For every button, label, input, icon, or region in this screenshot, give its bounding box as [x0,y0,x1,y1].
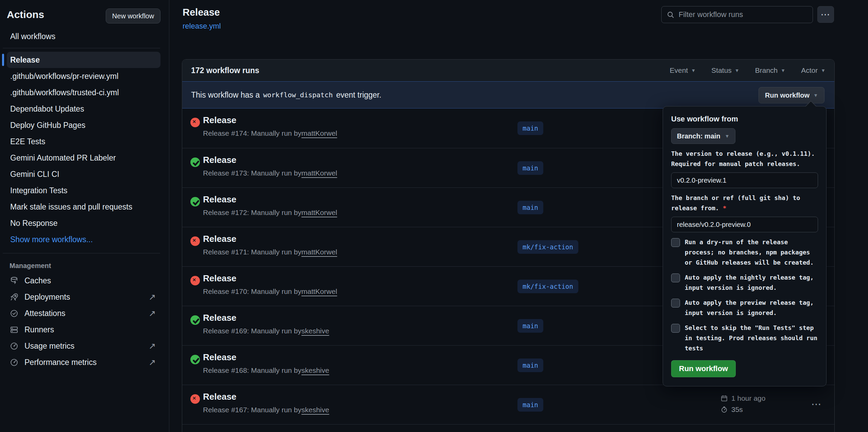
sidebar-title: Actions [7,9,44,20]
sidebar-item-workflow[interactable]: Gemini CLI CI [7,166,160,182]
run-description: Release #171: Manually run bymattKorwel [203,248,337,256]
page-kebab-button[interactable]: ⋯ [817,6,834,23]
management-list: CachesDeployments↗Attestations↗RunnersUs… [7,272,160,370]
sidebar-item-workflow[interactable]: Dependabot Updates [7,101,160,117]
sidebar-item-show-more[interactable]: Show more workflows... [7,231,160,248]
run-description: Release #168: Manually run byskeshive [203,366,329,375]
sidebar-item-attestations[interactable]: Attestations↗ [7,305,160,321]
branch-chip[interactable]: main [517,398,543,412]
meter-icon [10,342,19,351]
runs-card-header: 172 workflow runs Event▼Status▼Branch▼Ac… [182,60,834,81]
external-link-icon: ↗ [149,341,156,351]
sidebar-item-workflow[interactable]: Gemini Automated PR Labeler [7,150,160,166]
sidebar-item-deployments[interactable]: Deployments↗ [7,289,160,305]
run-title: Release [203,273,236,284]
x-icon [190,118,200,127]
run-meta: 1 hour ago35s [720,394,765,414]
version-input[interactable] [671,172,818,188]
run-description-text: Release #174: Manually run by [203,129,302,137]
new-workflow-button[interactable]: New workflow [106,9,160,23]
run-actor-link[interactable]: skeshive [302,327,329,335]
ref-field-label: The branch or ref (full git sha) to rele… [671,193,818,213]
runs-filters: Event▼Status▼Branch▼Actor▼ [670,66,826,74]
check-icon [190,355,200,364]
run-description-text: Release #171: Manually run by [203,248,302,256]
external-link-icon: ↗ [149,292,156,302]
runs-filter-event[interactable]: Event▼ [670,66,696,74]
run-description: Release #169: Manually run byskeshive [203,327,329,335]
checkbox-input[interactable] [671,273,680,282]
run-workflow-submit-button[interactable]: Run workflow [671,360,736,377]
sidebar-item-all-workflows[interactable]: All workflows [7,29,160,44]
run-kebab-button[interactable]: ⋯ [811,398,822,410]
sidebar-item-usage-metrics[interactable]: Usage metrics↗ [7,338,160,354]
branch-chip[interactable]: main [517,359,543,372]
sidebar-item-workflow[interactable]: E2E Tests [7,133,160,150]
runs-filter-branch[interactable]: Branch▼ [755,66,785,74]
branch-chip[interactable]: main [517,201,543,214]
filter-label: Actor [801,66,818,74]
ref-input[interactable] [671,217,818,232]
runs-filter-status[interactable]: Status▼ [711,66,739,74]
workflow-run-row[interactable]: ReleaseRelease #167: Manually run byskes… [182,385,834,424]
run-actor-link[interactable]: mattKorwel [302,248,337,256]
management-item-label: Attestations [24,309,65,318]
workflow-dispatch-banner: This workflow has a workflow_dispatch ev… [182,81,834,109]
sidebar-item-workflow[interactable]: .github/workflows/pr-review.yml [7,68,160,84]
run-actor-link[interactable]: mattKorwel [302,129,337,137]
branch-chip[interactable]: main [517,161,543,175]
run-description-text: Release #172: Manually run by [203,209,302,216]
filter-label: Status [711,66,732,74]
branch-chip[interactable]: mk/fix-action [517,240,578,254]
run-actor-link[interactable]: mattKorwel [302,287,337,295]
stopwatch-icon [720,406,728,413]
filter-label: Event [670,66,688,74]
page: { "colors": { "background": "#0d1117", "… [0,0,868,432]
run-description: Release #172: Manually run bymattKorwel [203,209,337,217]
version-field-label: The version to release (e.g., v0.1.11). … [671,149,818,169]
run-title: Release [203,234,236,244]
sidebar-item-workflow[interactable]: .github/workflows/trusted-ci.yml [7,84,160,101]
run-duration-label: 35s [731,405,743,414]
run-actor-link[interactable]: mattKorwel [302,209,337,216]
sidebar-item-performance-metrics[interactable]: Performance metrics↗ [7,354,160,370]
branch-chip[interactable]: main [517,319,543,333]
chevron-down-icon: ▼ [813,93,818,98]
x-icon [190,276,200,285]
checkbox-input[interactable] [671,238,680,247]
branch-chip[interactable]: main [517,121,543,135]
checkbox-input[interactable] [671,324,680,333]
branch-selector-button[interactable]: Branch: main ▼ [671,128,735,144]
sidebar-item-workflow[interactable]: Mark stale issues and pull requests [7,199,160,215]
required-asterisk: * [723,204,727,212]
success-status-icon [190,355,200,364]
sidebar-item-workflow[interactable]: No Response [7,215,160,231]
sidebar-item-caches[interactable]: Caches [7,272,160,289]
runs-filter-actor[interactable]: Actor▼ [801,66,826,74]
dialog-heading: Use workflow from [671,115,818,123]
run-title: Release [203,392,236,402]
run-actor-link[interactable]: mattKorwel [302,169,337,177]
sidebar-item-workflow[interactable]: Integration Tests [7,182,160,199]
filter-workflow-runs-input[interactable] [679,10,808,19]
sidebar-item-workflow[interactable]: Release [7,52,160,68]
verified-icon [10,309,19,318]
management-item-label: Performance metrics [24,358,97,367]
run-title: Release [203,313,236,323]
run-title: Release [203,115,236,126]
server-icon [10,325,19,334]
management-item-label: Usage metrics [24,342,74,351]
branch-chip[interactable]: mk/fix-action [517,280,578,293]
run-actor-link[interactable]: skeshive [302,366,329,374]
banner-text-suffix: event trigger. [336,90,381,100]
sidebar-item-runners[interactable]: Runners [7,321,160,338]
sidebar-divider [3,48,160,48]
run-actor-link[interactable]: skeshive [302,406,329,414]
checkbox-input[interactable] [671,299,680,308]
run-time-label: 1 hour ago [731,394,765,402]
sidebar-item-workflow[interactable]: Deploy GitHub Pages [7,117,160,133]
x-icon [190,236,200,246]
kebab-horizontal-icon: ⋯ [821,9,831,20]
run-description: Release #174: Manually run bymattKorwel [203,129,337,137]
workflow-file-link[interactable]: release.yml [183,22,221,31]
